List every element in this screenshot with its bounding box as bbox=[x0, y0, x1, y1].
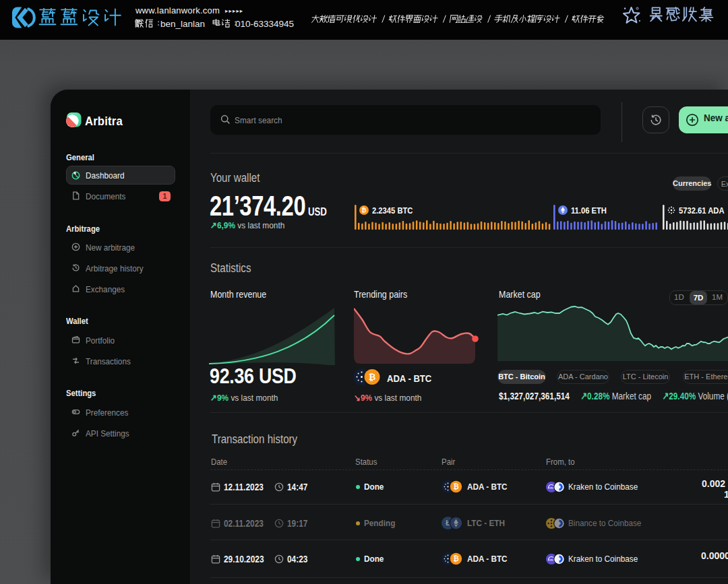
svg-text:₿: ₿ bbox=[453, 483, 458, 490]
svg-text:₿: ₿ bbox=[453, 555, 458, 562]
svg-text:₿: ₿ bbox=[361, 207, 366, 214]
svg-text:₿: ₿ bbox=[369, 372, 376, 382]
